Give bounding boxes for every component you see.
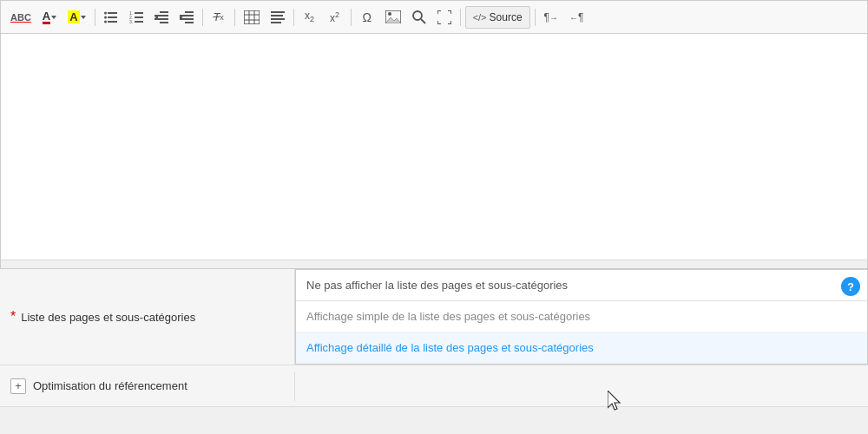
svg-point-36 — [413, 11, 422, 20]
clear-format-button[interactable]: Tx — [207, 6, 230, 29]
pages-list-row: * Liste des pages et sous-catégories Ne … — [0, 269, 868, 365]
dropdown-option-detailed[interactable]: Affichage détaillé de la liste des pages… — [296, 332, 867, 364]
toolbar-separator-4 — [293, 9, 294, 26]
ordered-list-button[interactable]: 1. 2. 3. — [125, 6, 148, 29]
svg-rect-22 — [185, 22, 194, 23]
indent-increase-button[interactable] — [175, 6, 198, 29]
para-rtl-button[interactable]: ←¶ — [565, 6, 588, 29]
font-color-button[interactable]: A — [38, 6, 61, 29]
special-chars-button[interactable]: Ω — [356, 6, 378, 29]
search-icon — [412, 10, 426, 24]
pages-list-control-cell[interactable]: Ne pas afficher la liste des pages et so… — [295, 269, 868, 365]
indent-decrease-icon — [155, 11, 168, 23]
pages-list-label-cell: * Liste des pages et sous-catégories — [0, 269, 295, 365]
dropdown-arrow-icon — [51, 15, 56, 20]
toolbar-separator-3 — [234, 9, 235, 26]
editor-content[interactable] — [1, 34, 867, 260]
justify-icon — [271, 11, 285, 23]
svg-marker-1 — [81, 16, 86, 19]
form-area: * Liste des pages et sous-catégories Ne … — [0, 269, 868, 407]
spellcheck-button[interactable]: ABC — [6, 6, 36, 29]
svg-rect-7 — [108, 21, 117, 23]
svg-rect-15 — [155, 15, 168, 16]
svg-line-37 — [421, 19, 425, 23]
subscript-button[interactable]: x2 — [299, 6, 321, 29]
expand-icon: + — [15, 379, 22, 392]
image-icon — [385, 10, 401, 23]
toolbar-separator-5 — [351, 9, 352, 26]
svg-point-34 — [388, 12, 391, 16]
superscript-button[interactable]: x2 — [324, 6, 346, 29]
source-icon: </> — [473, 12, 487, 23]
dropdown-option-simple[interactable]: Affichage simple de la liste des pages e… — [296, 301, 867, 332]
toolbar: ABC A A 1. — [1, 1, 867, 34]
svg-rect-21 — [180, 18, 194, 20]
table-button[interactable] — [240, 6, 264, 29]
source-label: Source — [490, 11, 523, 23]
highlight-button[interactable]: A — [63, 6, 89, 29]
para-ltr-button[interactable]: ¶→ — [540, 6, 562, 29]
help-icon[interactable]: ? — [841, 277, 860, 296]
toolbar-separator-1 — [95, 9, 95, 26]
seo-row: + Optimisation du référencement — [0, 365, 868, 407]
indent-increase-icon — [180, 11, 194, 23]
seo-label-cell: + Optimisation du référencement — [0, 372, 295, 401]
seo-expand-button[interactable]: + — [10, 378, 26, 394]
ordered-list-icon: 1. 2. 3. — [129, 11, 143, 23]
svg-rect-20 — [180, 15, 194, 16]
source-button[interactable]: </> Source — [465, 6, 530, 29]
svg-rect-31 — [271, 18, 285, 20]
svg-marker-0 — [51, 16, 56, 19]
unordered-list-icon — [104, 11, 118, 23]
svg-rect-9 — [135, 12, 143, 14]
svg-rect-11 — [135, 16, 143, 18]
fullscreen-icon — [437, 10, 451, 24]
svg-rect-24 — [244, 10, 260, 24]
svg-point-2 — [104, 11, 107, 14]
svg-rect-5 — [108, 16, 117, 18]
svg-point-6 — [104, 20, 107, 23]
seo-label: Optimisation du référencement — [33, 379, 187, 392]
svg-text:3.: 3. — [129, 19, 133, 23]
para-rtl-icon: ←¶ — [569, 11, 583, 23]
para-ltr-icon: ¶→ — [544, 11, 558, 23]
svg-rect-17 — [160, 22, 168, 23]
svg-rect-32 — [271, 22, 281, 23]
svg-rect-13 — [135, 21, 143, 23]
dropdown-option-none[interactable]: Ne pas afficher la liste des pages et so… — [296, 270, 867, 301]
toolbar-separator-6 — [460, 9, 461, 26]
editor-area: ABC A A 1. — [0, 0, 868, 269]
justify-button[interactable] — [266, 6, 289, 29]
find-button[interactable] — [408, 6, 431, 29]
svg-rect-30 — [271, 15, 283, 16]
required-star: * — [10, 310, 16, 324]
toolbar-separator-2 — [202, 9, 203, 26]
omega-icon: Ω — [362, 10, 371, 24]
svg-marker-35 — [385, 17, 401, 23]
toolbar-separator-7 — [535, 9, 536, 26]
unordered-list-button[interactable] — [100, 6, 122, 29]
svg-rect-29 — [271, 11, 285, 13]
image-button[interactable] — [381, 6, 405, 29]
table-icon — [244, 10, 260, 24]
dropdown-arrow-icon2 — [81, 15, 86, 20]
svg-rect-19 — [185, 11, 194, 13]
pages-list-label: Liste des pages et sous-catégories — [21, 311, 195, 324]
svg-rect-14 — [160, 11, 168, 13]
svg-point-4 — [104, 16, 107, 18]
editor-bottom-bar — [1, 260, 867, 268]
fullscreen-button[interactable] — [433, 6, 456, 29]
svg-rect-16 — [155, 18, 168, 20]
indent-decrease-button[interactable] — [150, 6, 173, 29]
svg-rect-3 — [108, 12, 117, 14]
